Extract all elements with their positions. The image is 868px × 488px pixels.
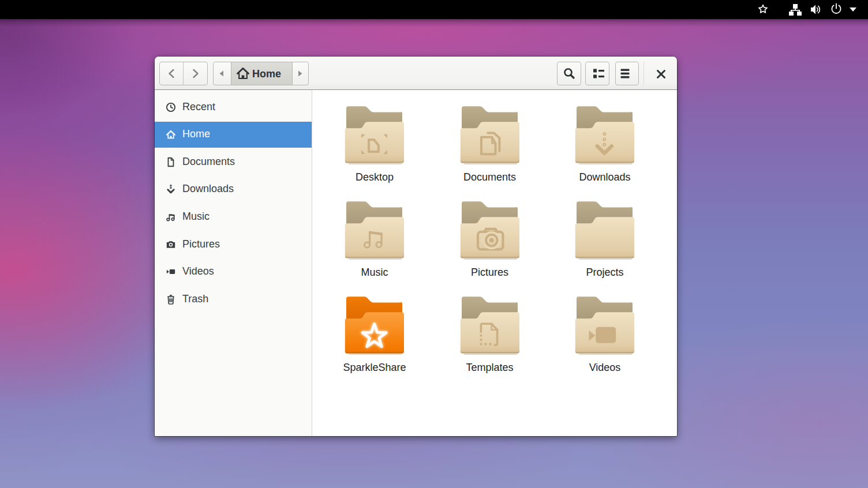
svg-text:Home: Home <box>252 68 281 80</box>
